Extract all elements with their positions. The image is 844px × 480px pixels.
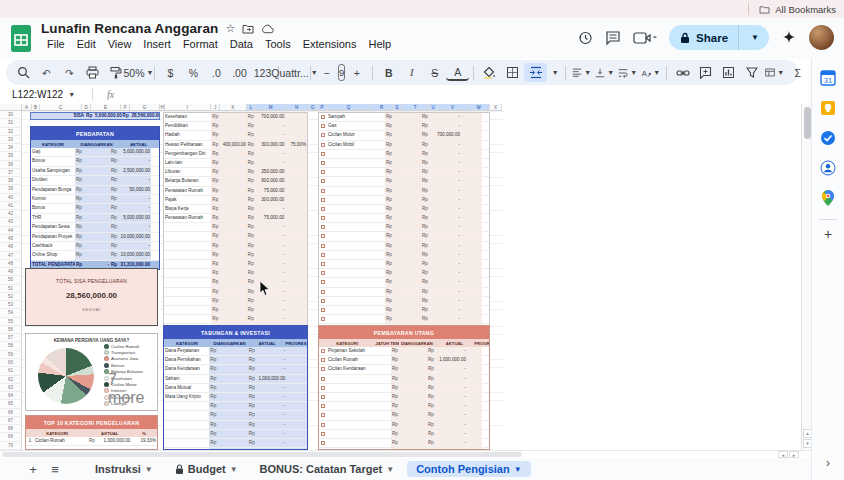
table-row[interactable]: Rp Rp - — [164, 288, 307, 297]
table-row[interactable]: Rp Rp - — [319, 223, 489, 232]
table-row[interactable]: Rp Rp - — [319, 315, 489, 324]
row-header[interactable]: 54 — [0, 309, 22, 317]
table-row[interactable]: Rp Rp - — [164, 439, 307, 448]
checkbox[interactable] — [321, 207, 325, 211]
maps-icon[interactable] — [812, 183, 844, 213]
create-filter-icon[interactable] — [740, 63, 763, 82]
table-row[interactable]: Sampah Rp Rp - — [319, 113, 489, 122]
row-header[interactable]: 50 — [0, 276, 22, 284]
table-row[interactable]: Dana Perjalanan Rp Rp - — [164, 347, 307, 356]
row-header[interactable]: 46 — [0, 243, 22, 251]
tab-dropdown-caret[interactable]: ▼ — [514, 465, 522, 474]
column-header[interactable]: M — [256, 104, 286, 111]
table-row[interactable]: Lain-lain Rp Rp - — [164, 159, 307, 168]
table-row[interactable]: Rp Rp - — [319, 278, 489, 287]
contacts-icon[interactable] — [812, 153, 844, 183]
table-row[interactable]: Dana Pernikahan Rp Rp - — [164, 356, 307, 365]
checkbox[interactable] — [321, 317, 325, 321]
sisa-row[interactable]: SISA Rp 5,000,000.00 Rp 28,560,000.00 — [30, 112, 160, 120]
row-header[interactable]: 32 — [0, 128, 22, 136]
checkbox[interactable] — [321, 124, 325, 128]
checkbox[interactable] — [321, 308, 325, 312]
table-row[interactable]: Rp Rp - — [319, 168, 489, 177]
share-dropdown-caret[interactable]: ▼ — [745, 33, 765, 42]
row-header[interactable]: 55 — [0, 318, 22, 326]
table-row[interactable]: Rp Rp - — [319, 251, 489, 260]
menu-item[interactable]: Tools — [259, 37, 297, 51]
document-title[interactable]: Lunafin Rencana Anggaran — [41, 21, 218, 36]
checkbox[interactable] — [321, 441, 325, 445]
utang-table[interactable]: PEMBAYARAN UTANG KATEGORI JATUH TEMPO DI… — [318, 325, 490, 450]
menu-item[interactable]: Data — [224, 37, 259, 51]
column-header[interactable]: N — [286, 104, 308, 111]
increase-decimal-icon[interactable]: .00 — [228, 63, 251, 82]
table-row[interactable]: Rp Rp - — [164, 223, 307, 232]
table-row[interactable]: Rp Rp - — [319, 402, 489, 411]
row-header[interactable]: 42 — [0, 210, 22, 218]
checkbox[interactable] — [321, 432, 325, 436]
checkbox[interactable] — [321, 404, 325, 408]
comments-icon[interactable] — [605, 30, 621, 46]
font-select[interactable]: Quattr...▼ — [283, 63, 306, 82]
row-header[interactable]: 48 — [0, 260, 22, 268]
table-row[interactable]: Online Shop Rp Rp 10,000,000.00 — [31, 251, 159, 260]
insert-chart-icon[interactable] — [717, 63, 740, 82]
column-header[interactable]: I — [165, 104, 211, 111]
table-row[interactable]: Rp Rp - — [319, 269, 489, 278]
checkbox[interactable] — [321, 189, 325, 193]
row-header[interactable]: 66 — [0, 409, 22, 417]
checkbox[interactable] — [321, 377, 325, 381]
spreadsheet-grid[interactable]: ABCDEFGHIJKLMNOPQRSTUVWX 303132333435363… — [0, 104, 812, 458]
table-row[interactable]: Cicilan Rumah Rp Rp 1,000,000.00 — [319, 356, 489, 365]
row-header[interactable]: 53 — [0, 301, 22, 309]
tab-contoh-pengisian[interactable]: Contoh Pengisian▼ — [407, 461, 530, 477]
strikethrough-icon[interactable]: S — [423, 63, 446, 82]
calendar-icon[interactable]: 31 — [812, 63, 844, 93]
checkbox[interactable] — [321, 349, 325, 353]
row-header[interactable]: 38 — [0, 177, 22, 185]
redo-icon[interactable]: ↷ — [58, 63, 81, 82]
checkbox[interactable] — [321, 386, 325, 390]
checkbox[interactable] — [321, 115, 325, 119]
tab-instruksi[interactable]: Instruksi▼ — [86, 461, 162, 477]
column-header[interactable]: Q — [327, 104, 371, 111]
table-row[interactable]: Rp Rp - — [319, 159, 489, 168]
legend-more-label[interactable]: 7 more — [108, 371, 157, 407]
menu-item[interactable]: Help — [362, 37, 397, 51]
menu-item[interactable]: File — [41, 37, 71, 51]
table-row[interactable]: Rp Rp - — [319, 150, 489, 159]
table-row[interactable]: Liburan Rp Rp 350,000.00 — [164, 168, 307, 177]
menu-item[interactable]: Format — [177, 37, 224, 51]
table-row[interactable]: Pendidikan Rp Rp - — [164, 122, 307, 131]
table-row[interactable]: Komisi Rp Rp - — [31, 195, 159, 204]
row-header[interactable]: 39 — [0, 185, 22, 193]
increase-font-size-button[interactable]: + — [345, 63, 368, 82]
move-folder-icon[interactable] — [242, 24, 254, 34]
table-row[interactable]: Hewan Peliharaan Rp 400,000.00 Rp 300,00… — [164, 141, 307, 150]
column-header[interactable]: E — [91, 104, 121, 111]
menu-item[interactable]: Extensions — [297, 37, 363, 51]
column-header[interactable]: R — [371, 104, 393, 111]
table-row[interactable]: Cicilan Mobil Rp Rp - — [319, 141, 489, 150]
row-header[interactable]: 33 — [0, 136, 22, 144]
table-row[interactable]: Rp Rp - — [164, 430, 307, 439]
table-row[interactable]: Rp Rp - — [164, 315, 307, 324]
scroll-left-button[interactable]: ◂ — [778, 451, 788, 458]
menu-item[interactable]: Edit — [71, 37, 102, 51]
tab-budget[interactable]: Budget▼ — [166, 461, 247, 477]
table-row[interactable]: Dana Kendaraan Rp Rp - — [164, 365, 307, 374]
checkbox[interactable] — [321, 225, 325, 229]
all-bookmarks-button[interactable]: All Bookmarks — [759, 4, 844, 15]
table-row[interactable]: Rp Rp - — [319, 430, 489, 439]
row-header[interactable]: 63 — [0, 384, 22, 392]
table-row[interactable]: Rp Rp - — [164, 242, 307, 251]
table-row[interactable]: Rp Rp - — [319, 297, 489, 306]
row-header[interactable]: 64 — [0, 392, 22, 400]
row-header[interactable]: 58 — [0, 342, 22, 350]
row-header[interactable]: 31 — [0, 119, 22, 127]
insert-link-icon[interactable] — [671, 63, 694, 82]
get-addons-icon[interactable]: + — [812, 226, 844, 242]
table-row[interactable]: Perawatan Rumah Rp Rp 75,000.00 — [164, 187, 307, 196]
sheets-logo-icon[interactable] — [9, 24, 33, 58]
checkbox[interactable] — [321, 179, 325, 183]
